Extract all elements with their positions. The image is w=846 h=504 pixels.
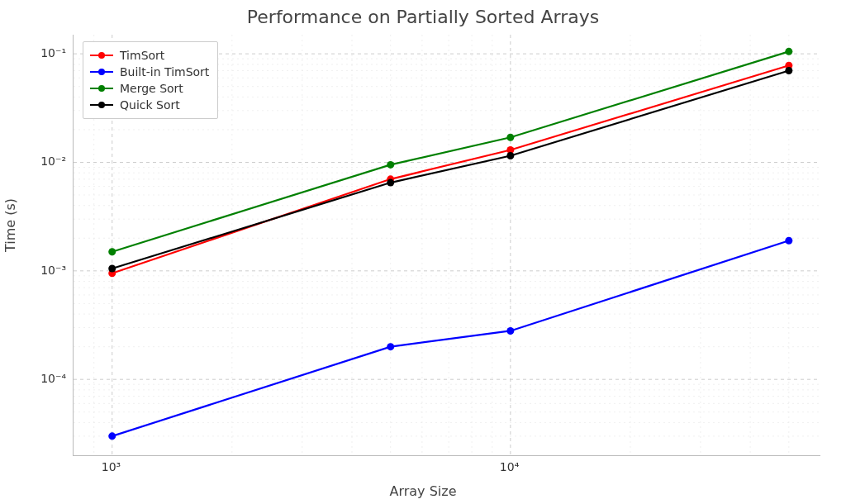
legend-swatch-icon	[90, 83, 113, 93]
legend-label: TimSort	[120, 49, 164, 62]
series-marker	[785, 67, 792, 74]
y-tick-label: 10⁻¹	[33, 46, 66, 59]
series-marker	[506, 152, 514, 159]
legend-label: Quick Sort	[120, 98, 180, 112]
series-marker	[506, 327, 514, 335]
series-marker	[108, 432, 116, 440]
y-tick-label: 10⁻³	[33, 264, 66, 277]
legend-item-quick-sort: Quick Sort	[90, 97, 209, 113]
legend-swatch-icon	[90, 100, 113, 110]
series-marker	[785, 237, 792, 245]
y-tick-label: 10⁻⁴	[33, 372, 66, 385]
legend-label: Merge Sort	[120, 82, 183, 95]
series-marker	[108, 265, 116, 273]
series-marker	[387, 161, 394, 169]
series-marker	[387, 343, 394, 350]
x-tick-label: 10³	[102, 460, 121, 473]
legend-item-builtin-timsort: Built-in TimSort	[90, 64, 209, 80]
x-axis-label: Array Size	[0, 483, 846, 499]
series-marker	[108, 248, 116, 255]
x-tick-label: 10⁴	[500, 460, 519, 473]
series-line	[112, 240, 789, 436]
figure: Performance on Partially Sorted Arrays T…	[0, 0, 846, 504]
legend-item-merge-sort: Merge Sort	[90, 80, 209, 97]
series-marker	[506, 134, 514, 141]
legend-item-timsort: TimSort	[90, 47, 209, 64]
legend: TimSort Built-in TimSort Merge Sort Quic…	[83, 41, 218, 119]
series-marker	[387, 179, 394, 187]
y-tick-label: 10⁻²	[33, 155, 66, 168]
legend-swatch-icon	[90, 50, 113, 60]
legend-swatch-icon	[90, 67, 113, 77]
series-marker	[785, 48, 792, 55]
legend-label: Built-in TimSort	[120, 65, 209, 78]
y-axis-label: Time (s)	[2, 198, 18, 252]
chart-title: Performance on Partially Sorted Arrays	[0, 7, 846, 27]
